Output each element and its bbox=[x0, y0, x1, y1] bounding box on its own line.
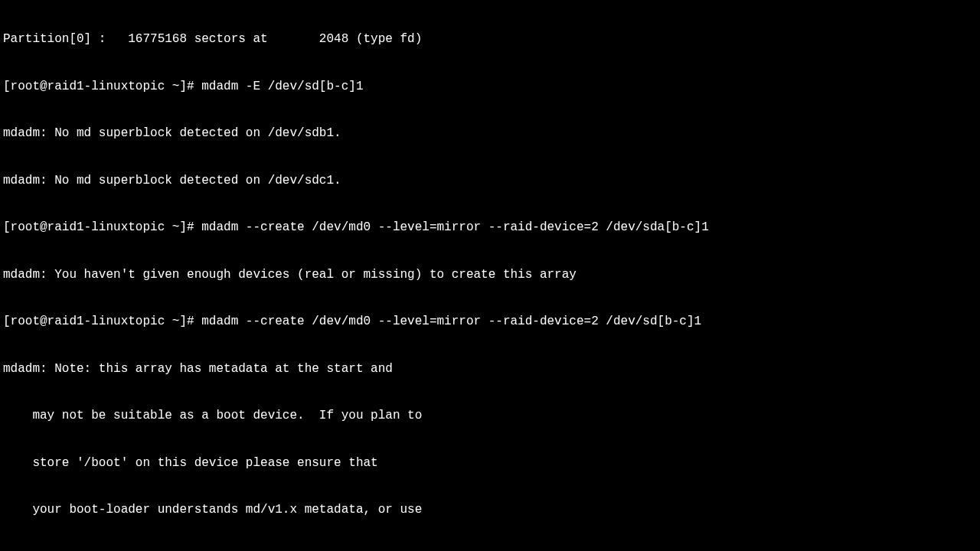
terminal-line: mdadm: Note: this array has metadata at … bbox=[3, 361, 977, 377]
terminal-line: [root@raid1-linuxtopic ~]# mdadm --creat… bbox=[3, 314, 977, 330]
terminal-line: [root@raid1-linuxtopic ~]# mdadm --creat… bbox=[3, 220, 977, 236]
terminal-line: mdadm: No md superblock detected on /dev… bbox=[3, 173, 977, 189]
terminal-line: mdadm: No md superblock detected on /dev… bbox=[3, 126, 977, 142]
terminal-line: [root@raid1-linuxtopic ~]# mdadm -E /dev… bbox=[3, 79, 977, 95]
terminal-line: your boot-loader understands md/v1.x met… bbox=[3, 502, 977, 518]
terminal-line: may not be suitable as a boot device. If… bbox=[3, 408, 977, 424]
terminal-line: Partition[0] : 16775168 sectors at 2048 … bbox=[3, 31, 977, 47]
terminal-line: store '/boot' on this device please ensu… bbox=[3, 455, 977, 471]
terminal-window[interactable]: Partition[0] : 16775168 sectors at 2048 … bbox=[0, 0, 980, 551]
terminal-line: mdadm: You haven't given enough devices … bbox=[3, 267, 977, 283]
